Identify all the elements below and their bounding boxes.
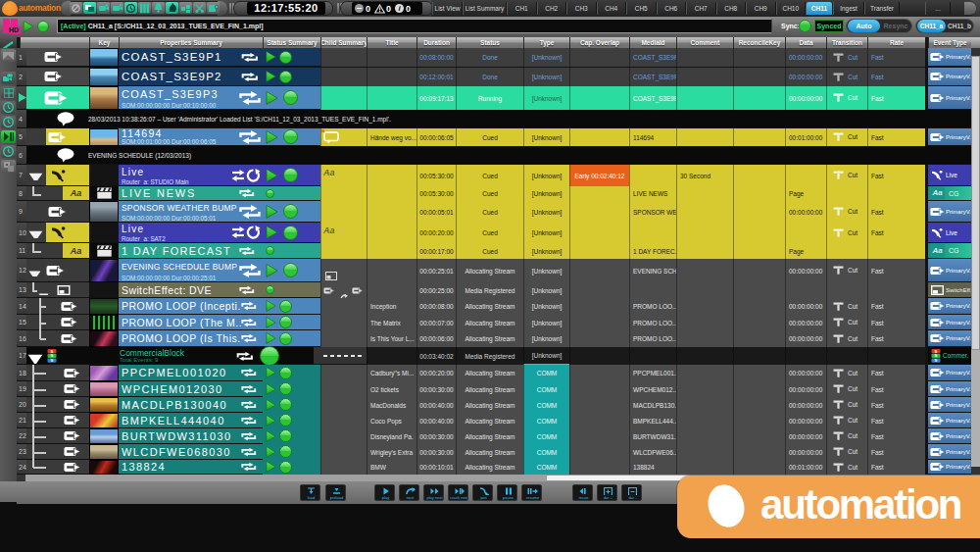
svg-text:S: S [51,358,54,363]
svg-text:S: S [935,358,938,363]
